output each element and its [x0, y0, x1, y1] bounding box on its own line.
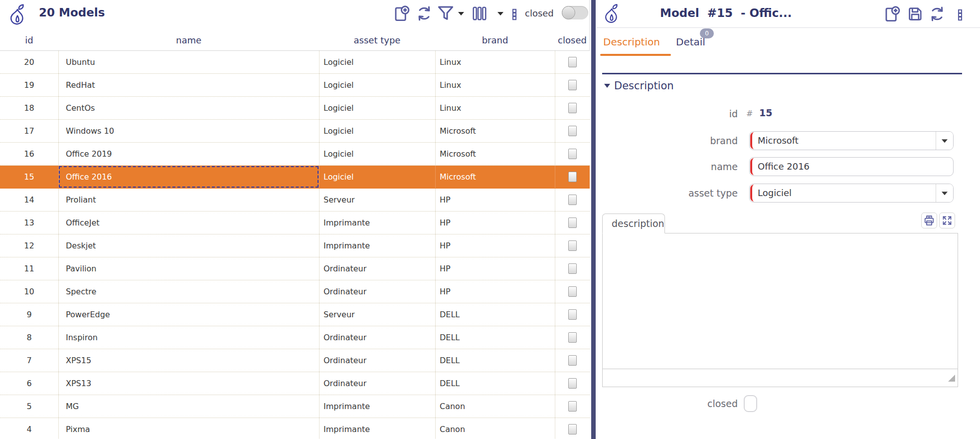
cell-closed[interactable] [555, 212, 590, 234]
cell-id[interactable]: 19 [0, 74, 58, 96]
cell-brand[interactable]: Microsoft [435, 143, 555, 165]
cell-name[interactable]: Spectre [58, 280, 319, 303]
cell-brand[interactable]: HP [435, 234, 555, 257]
panel-splitter[interactable] [591, 0, 596, 439]
columns-dropdown-caret-icon[interactable] [497, 12, 503, 15]
cell-brand[interactable]: DELL [435, 372, 555, 395]
cell-name[interactable]: Office 2019 [58, 143, 319, 165]
cell-name[interactable]: Ubuntu [58, 51, 319, 73]
add-record-button[interactable] [392, 3, 412, 23]
cell-closed[interactable] [555, 51, 590, 73]
row-closed-checkbox[interactable] [568, 286, 577, 297]
refresh-button[interactable] [927, 4, 947, 24]
table-row[interactable]: 6XPS13OrdinateurDELL [0, 372, 590, 395]
table-row[interactable]: 15Office 2016LogicielMicrosoft [0, 166, 590, 189]
description-textarea[interactable] [602, 233, 958, 369]
cell-name[interactable]: Pavilion [58, 257, 319, 280]
filter-button[interactable] [436, 3, 456, 23]
cell-name[interactable]: CentOs [58, 97, 319, 119]
cell-closed[interactable] [555, 418, 590, 439]
cell-closed[interactable] [555, 303, 590, 326]
table-row[interactable]: 19RedHatLogicielLinux [0, 74, 590, 97]
print-button[interactable] [921, 213, 937, 228]
cell-closed[interactable] [555, 280, 590, 303]
cell-closed[interactable] [555, 143, 590, 165]
cell-asset-type[interactable]: Logiciel [319, 120, 435, 142]
cell-asset-type[interactable]: Ordinateur [319, 280, 435, 303]
cell-closed[interactable] [555, 97, 590, 119]
cell-name[interactable]: Inspiron [58, 326, 319, 349]
cell-asset-type[interactable]: Ordinateur [319, 326, 435, 349]
column-header-brand[interactable]: brand [435, 35, 555, 45]
row-closed-checkbox[interactable] [568, 195, 577, 205]
cell-closed[interactable] [555, 372, 590, 395]
cell-closed[interactable] [555, 326, 590, 349]
cell-id[interactable]: 5 [0, 395, 58, 418]
cell-asset-type[interactable]: Logiciel [319, 74, 435, 96]
cell-id[interactable]: 20 [0, 51, 58, 73]
cell-asset-type[interactable]: Imprimante [319, 395, 435, 418]
cell-name[interactable]: XPS15 [58, 349, 319, 372]
cell-id[interactable]: 12 [0, 234, 58, 257]
column-header-asset-type[interactable]: asset type [319, 35, 435, 45]
row-closed-checkbox[interactable] [568, 126, 577, 136]
table-row[interactable]: 8InspironOrdinateurDELL [0, 326, 590, 349]
cell-closed[interactable] [555, 189, 590, 211]
brand-dropdown-button[interactable] [936, 132, 953, 150]
column-header-closed[interactable]: closed [555, 35, 590, 45]
column-header-name[interactable]: name [58, 35, 319, 45]
cell-closed[interactable] [555, 395, 590, 418]
cell-id[interactable]: 13 [0, 212, 58, 234]
table-row[interactable]: 13OfficeJetImprimanteHP [0, 212, 590, 234]
cell-name[interactable]: Pixma [58, 418, 319, 439]
cell-id[interactable]: 9 [0, 303, 58, 326]
row-closed-checkbox[interactable] [568, 424, 577, 435]
table-row[interactable]: 5MGImprimanteCanon [0, 395, 590, 418]
cell-brand[interactable]: DELL [435, 326, 555, 349]
closed-checkbox[interactable] [744, 395, 757, 412]
closed-filter-toggle[interactable] [562, 6, 588, 19]
cell-asset-type[interactable]: Imprimante [319, 418, 435, 439]
table-row[interactable]: 18CentOsLogicielLinux [0, 97, 590, 120]
cell-brand[interactable]: Linux [435, 51, 555, 73]
asset-type-combobox[interactable]: Logiciel [749, 184, 954, 203]
row-closed-checkbox[interactable] [568, 263, 577, 274]
cell-brand[interactable]: DELL [435, 303, 555, 326]
table-row[interactable]: 12DeskjetImprimanteHP [0, 234, 590, 257]
cell-asset-type[interactable]: Serveur [319, 189, 435, 211]
cell-brand[interactable]: HP [435, 257, 555, 280]
cell-brand[interactable]: HP [435, 189, 555, 211]
cell-brand[interactable]: HP [435, 212, 555, 234]
row-closed-checkbox[interactable] [568, 355, 577, 366]
cell-name[interactable]: OfficeJet [58, 212, 319, 234]
row-closed-checkbox[interactable] [568, 240, 577, 251]
tab-detail[interactable]: Detail [676, 36, 705, 48]
more-menu-button[interactable] [504, 4, 524, 24]
cell-closed[interactable] [555, 166, 590, 188]
cell-id[interactable]: 4 [0, 418, 58, 439]
table-row[interactable]: 14ProliantServeurHP [0, 189, 590, 212]
cell-name[interactable]: RedHat [58, 74, 319, 96]
row-closed-checkbox[interactable] [568, 80, 577, 90]
more-menu-button[interactable] [950, 5, 970, 25]
row-closed-checkbox[interactable] [568, 401, 577, 412]
row-closed-checkbox[interactable] [568, 378, 577, 389]
table-row[interactable]: 17Windows 10LogicielMicrosoft [0, 120, 590, 143]
cell-id[interactable]: 18 [0, 97, 58, 119]
cell-closed[interactable] [555, 120, 590, 142]
cell-id[interactable]: 6 [0, 372, 58, 395]
cell-asset-type[interactable]: Imprimante [319, 234, 435, 257]
asset-type-dropdown-button[interactable] [936, 184, 953, 202]
cell-closed[interactable] [555, 234, 590, 257]
cell-asset-type[interactable]: Imprimante [319, 212, 435, 234]
cell-name[interactable]: Proliant [58, 189, 319, 211]
cell-brand[interactable]: Microsoft [435, 120, 555, 142]
cell-asset-type[interactable]: Serveur [319, 303, 435, 326]
description-section-header[interactable]: Description [604, 80, 674, 92]
cell-brand[interactable]: HP [435, 280, 555, 303]
fullscreen-button[interactable] [939, 213, 955, 228]
table-row[interactable]: 16Office 2019LogicielMicrosoft [0, 143, 590, 166]
cell-id[interactable]: 10 [0, 280, 58, 303]
table-row[interactable]: 20UbuntuLogicielLinux [0, 51, 590, 74]
column-header-id[interactable]: id [0, 35, 58, 45]
